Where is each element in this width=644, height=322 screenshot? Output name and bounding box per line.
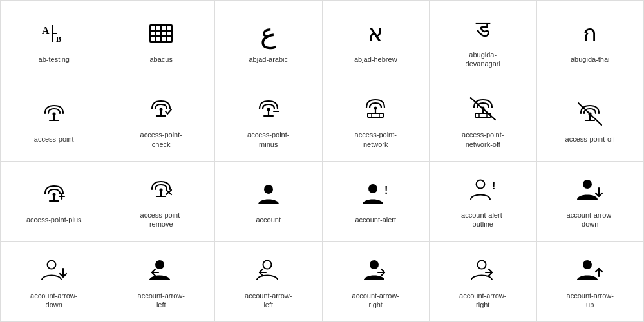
ab-testing-icon: A B	[41, 17, 68, 50]
icon-cell-account-arrow-left-2: account-arrow-left	[215, 242, 323, 322]
abjad-arabic-label: abjad-arabic	[249, 55, 288, 64]
svg-point-52	[47, 260, 55, 269]
icon-cell-abugida-thai: ก abugida-thai	[537, 1, 645, 81]
svg-point-48	[476, 180, 484, 189]
account-alert-label: account-alert	[355, 215, 396, 224]
access-point-network-off-icon	[469, 93, 497, 125]
access-point-check-icon	[147, 93, 175, 125]
access-point-network-icon	[361, 93, 390, 125]
account-arrow-left-label: account-arrow-left	[138, 291, 185, 310]
account-arrow-down-2-label: account-arrow-down	[30, 291, 77, 310]
account-arrow-up-label: account-arrow-up	[567, 291, 614, 310]
icon-cell-account-alert-outline: ! account-alert-outline	[430, 162, 537, 242]
svg-rect-22	[368, 113, 383, 117]
svg-text:B: B	[56, 35, 61, 44]
account-arrow-right-2-label: account-arrow-right	[459, 291, 506, 310]
access-point-network-off-label: access-point-network-off	[462, 130, 504, 149]
access-point-off-label: access-point-off	[565, 135, 615, 144]
account-arrow-right-2-icon	[469, 254, 497, 286]
icon-cell-account-arrow-down: account-arrow-down	[537, 162, 645, 242]
svg-point-54	[155, 260, 164, 269]
icon-cell-account-arrow-right-2: account-arrow-right	[430, 242, 537, 322]
icon-cell-ab-testing: A B ab-testing	[1, 1, 108, 81]
access-point-icon	[40, 97, 68, 129]
account-arrow-left-icon	[147, 254, 175, 286]
svg-point-56	[263, 260, 271, 269]
icon-cell-access-point-plus: access-point-plus	[1, 162, 108, 242]
icon-cell-access-point-off: access-point-off	[537, 81, 645, 162]
icon-cell-access-point-network-off: access-point-network-off	[430, 81, 537, 162]
svg-point-50	[583, 180, 592, 189]
icon-cell-abacus: abacus	[108, 1, 216, 81]
account-arrow-down-2-icon	[40, 254, 68, 286]
svg-point-60	[477, 260, 486, 269]
account-alert-outline-icon: !	[469, 173, 497, 205]
icon-cell-account: account	[215, 162, 323, 242]
svg-line-34	[578, 103, 601, 125]
abacus-icon	[147, 17, 175, 50]
svg-line-30	[471, 98, 495, 120]
account-alert-outline-label: account-alert-outline	[461, 211, 504, 229]
access-point-remove-icon	[147, 173, 175, 205]
icon-cell-abugida-devanagari: ड abugida-devanagari	[430, 1, 537, 81]
icon-cell-account-arrow-right: account-arrow-right	[323, 242, 430, 322]
access-point-label: access-point	[34, 135, 74, 144]
icon-cell-access-point-network: access-point-network	[323, 81, 430, 162]
abugida-devanagari-icon: ड	[476, 13, 490, 45]
icon-cell-account-arrow-left: account-arrow-left	[108, 242, 216, 322]
icon-cell-access-point: access-point	[1, 81, 108, 162]
svg-text:A: A	[42, 25, 50, 36]
account-arrow-down-icon	[576, 173, 604, 205]
icon-cell-account-arrow-up: account-arrow-up	[537, 242, 645, 322]
account-alert-icon: !	[361, 178, 390, 210]
access-point-plus-icon	[40, 178, 68, 210]
abugida-devanagari-label: abugida-devanagari	[466, 50, 500, 69]
account-arrow-right-label: account-arrow-right	[352, 291, 399, 310]
account-arrow-up-icon	[576, 254, 604, 286]
icon-cell-access-point-check: access-point-check	[108, 81, 216, 162]
abugida-thai-icon: ก	[583, 17, 597, 50]
svg-text:!: !	[384, 185, 388, 196]
icon-cell-account-arrow-down-2: account-arrow-down	[1, 242, 108, 322]
svg-point-62	[583, 260, 592, 269]
icon-grid: A B ab-testing abacus ع abjad-arabic א	[0, 0, 644, 322]
account-arrow-left-2-icon	[254, 254, 283, 286]
abugida-thai-label: abugida-thai	[571, 55, 610, 64]
account-arrow-right-icon	[361, 254, 390, 286]
account-arrow-left-2-label: account-arrow-left	[245, 291, 292, 310]
access-point-remove-label: access-point-remove	[140, 211, 182, 229]
icon-cell-abjad-hebrew: א abjad-hebrew	[323, 1, 430, 81]
svg-point-46	[368, 184, 377, 193]
ab-testing-label: ab-testing	[39, 55, 70, 64]
access-point-plus-label: access-point-plus	[26, 215, 82, 224]
abjad-arabic-icon: ع	[260, 17, 276, 50]
access-point-network-label: access-point-network	[355, 130, 397, 149]
icon-cell-account-alert: ! account-alert	[323, 162, 430, 242]
svg-point-45	[264, 185, 273, 194]
icon-cell-access-point-minus: access-point-minus	[215, 81, 323, 162]
icon-cell-abjad-arabic: ع abjad-arabic	[215, 1, 323, 81]
account-arrow-down-label: account-arrow-down	[567, 211, 614, 229]
account-label: account	[256, 215, 281, 224]
account-icon	[256, 178, 281, 210]
abjad-hebrew-icon: א	[368, 17, 383, 50]
access-point-off-icon	[576, 97, 604, 129]
abacus-label: abacus	[150, 55, 173, 64]
access-point-check-label: access-point-check	[140, 130, 182, 149]
access-point-minus-label: access-point-minus	[247, 130, 289, 149]
icon-cell-access-point-remove: access-point-remove	[108, 162, 216, 242]
access-point-minus-icon	[254, 93, 283, 125]
svg-text:!: !	[492, 180, 495, 191]
abjad-hebrew-label: abjad-hebrew	[354, 55, 397, 64]
svg-point-58	[370, 260, 379, 269]
